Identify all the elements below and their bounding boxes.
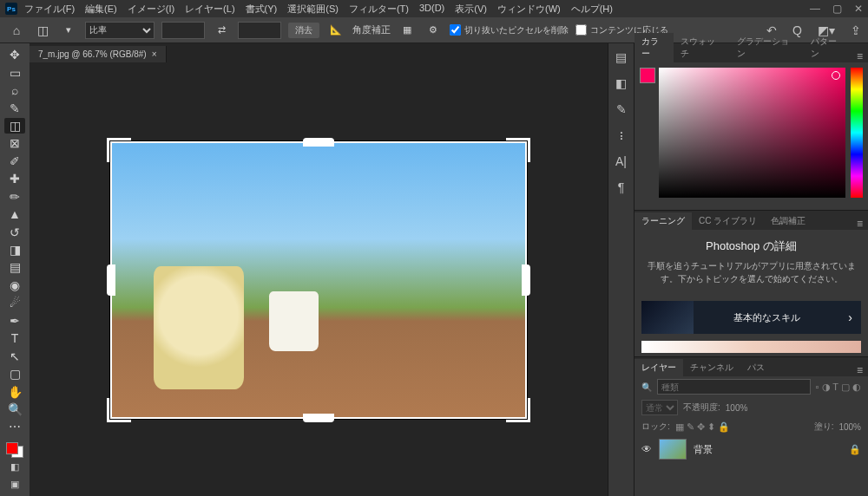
picker-cursor[interactable] — [832, 71, 840, 80]
shape-tool[interactable]: ▢ — [4, 366, 25, 382]
lasso-tool[interactable]: ⌕ — [4, 82, 25, 98]
crop-handle-top-left[interactable] — [107, 138, 131, 162]
filter-icons[interactable]: ▫ ◑ T ▢ ◐ — [816, 382, 861, 393]
panel-menu-icon[interactable]: ≡ — [852, 50, 868, 62]
marquee-tool[interactable]: ▭ — [4, 64, 25, 80]
tutorial-card[interactable]: 基本的なスキル › — [641, 301, 861, 334]
grid-overlay-icon[interactable]: ▦ — [398, 24, 417, 36]
brush-panel-icon[interactable]: ✎ — [616, 102, 627, 116]
menu-window[interactable]: ウィンドウ(W) — [497, 3, 561, 16]
layer-row[interactable]: 👁 背景 🔒 — [635, 435, 868, 463]
menu-file[interactable]: ファイル(F) — [24, 3, 75, 16]
menu-select[interactable]: 選択範囲(S) — [287, 3, 339, 16]
crop-tool[interactable]: ◫ — [4, 118, 25, 134]
history-panel-icon[interactable]: ▤ — [615, 50, 627, 64]
gradient-tool[interactable]: ▤ — [4, 259, 25, 275]
frame-tool[interactable]: ⊠ — [4, 135, 25, 151]
visibility-icon[interactable]: 👁 — [641, 443, 652, 455]
fill-value[interactable]: 100% — [838, 422, 861, 432]
layer-name[interactable]: 背景 — [694, 443, 842, 456]
move-tool[interactable]: ✥ — [4, 47, 25, 62]
crop-handle-left-mid[interactable] — [107, 264, 115, 296]
crop-handle-top-right[interactable] — [506, 138, 530, 162]
crop-handle-right-mid[interactable] — [522, 264, 530, 296]
menu-edit[interactable]: 編集(E) — [85, 3, 117, 16]
document-tab[interactable]: 7_m.jpg @ 66.7% (RGB/8#) × — [30, 46, 167, 62]
tab-adjustments[interactable]: 色調補正 — [764, 212, 812, 230]
character-panel-icon[interactable]: A| — [615, 154, 627, 168]
hand-tool[interactable]: ✋ — [4, 383, 25, 399]
close-icon[interactable]: ✕ — [854, 3, 863, 15]
type-tool[interactable]: T — [4, 330, 25, 346]
minimize-icon[interactable]: — — [810, 3, 820, 15]
menu-help[interactable]: ヘルプ(H) — [571, 3, 613, 16]
history-brush-tool[interactable]: ↺ — [4, 224, 25, 239]
hue-slider[interactable] — [851, 68, 863, 198]
tab-channels[interactable]: チャンネル — [683, 359, 740, 376]
brush-tool[interactable]: ✏ — [4, 189, 25, 205]
color-picker[interactable] — [659, 68, 845, 198]
path-select-tool[interactable]: ↖ — [4, 348, 25, 363]
gear-icon[interactable]: ⚙ — [424, 24, 443, 36]
eraser-tool[interactable]: ◨ — [4, 242, 25, 258]
crop-handle-top-mid[interactable] — [303, 138, 334, 147]
canvas-viewport[interactable] — [30, 64, 608, 496]
opacity-value[interactable]: 100% — [726, 403, 748, 413]
crop-tool-icon[interactable]: ◫ — [33, 23, 52, 37]
layer-thumbnail[interactable] — [659, 439, 687, 460]
tutorial-strip[interactable] — [641, 341, 861, 353]
tab-color[interactable]: カラー — [635, 33, 674, 62]
quickmask-icon[interactable]: ▣ — [7, 477, 23, 491]
menu-image[interactable]: イメージ(I) — [128, 3, 174, 16]
quick-select-tool[interactable]: ✎ — [4, 100, 25, 115]
menu-type[interactable]: 書式(Y) — [246, 3, 278, 16]
height-input[interactable] — [238, 22, 281, 39]
lock-icons[interactable]: ▦ ✎ ✥ ⬍ 🔒 — [675, 421, 730, 433]
blur-tool[interactable]: ◉ — [4, 277, 25, 293]
delete-cropped-checkbox[interactable]: 切り抜いたピクセルを削除 — [450, 24, 569, 36]
zoom-tool[interactable]: 🔍 — [4, 401, 25, 417]
panel-menu-icon[interactable]: ≡ — [852, 218, 868, 230]
brush-settings-icon[interactable]: ⫶ — [618, 128, 624, 142]
home-icon[interactable]: ⌂ — [7, 23, 26, 37]
tab-paths[interactable]: パス — [740, 359, 772, 376]
eyedropper-tool[interactable]: ✐ — [4, 153, 25, 169]
close-tab-icon[interactable]: × — [152, 49, 157, 59]
crop-handle-bottom-mid[interactable] — [303, 414, 334, 422]
pen-tool[interactable]: ✒ — [4, 313, 25, 329]
straighten-icon[interactable]: 📐 — [326, 24, 345, 36]
panel-menu-icon[interactable]: ≡ — [852, 364, 868, 376]
dodge-tool[interactable]: ☄ — [4, 295, 25, 310]
dropdown-arrow-icon[interactable]: ▾ — [59, 24, 78, 36]
layer-filter-input[interactable] — [657, 379, 811, 395]
current-color[interactable] — [640, 68, 654, 205]
tab-libraries[interactable]: CC ライブラリ — [692, 212, 764, 230]
menu-3d[interactable]: 3D(D) — [419, 3, 444, 16]
lock-icon[interactable]: 🔒 — [849, 444, 861, 455]
maximize-icon[interactable]: ▢ — [832, 3, 842, 15]
swap-icon[interactable]: ⇄ — [212, 24, 231, 36]
screenmode-icon[interactable]: ◧ — [7, 460, 23, 473]
menu-view[interactable]: 表示(V) — [455, 3, 487, 16]
menu-layer[interactable]: レイヤー(L) — [185, 3, 234, 16]
color-swatch[interactable] — [6, 442, 23, 458]
properties-panel-icon[interactable]: ◧ — [615, 76, 627, 90]
tab-patterns[interactable]: パターン — [804, 33, 852, 62]
tab-swatches[interactable]: スウォッチ — [674, 33, 730, 62]
ratio-select[interactable]: 比率 — [85, 22, 155, 39]
blend-mode-select[interactable]: 通常 — [641, 400, 678, 415]
menu-filter[interactable]: フィルター(T) — [349, 3, 409, 16]
clear-button[interactable]: 消去 — [288, 23, 319, 38]
healing-tool[interactable]: ✚ — [4, 171, 25, 186]
tab-learning[interactable]: ラーニング — [635, 212, 692, 230]
canvas[interactable] — [110, 141, 527, 419]
paragraph-panel-icon[interactable]: ¶ — [618, 180, 625, 194]
crop-handle-bottom-left[interactable] — [107, 398, 131, 422]
edit-toolbar-icon[interactable]: ⋯ — [4, 419, 25, 434]
share-icon[interactable]: ⇪ — [851, 23, 861, 37]
crop-handle-bottom-right[interactable] — [506, 398, 530, 422]
tab-layers[interactable]: レイヤー — [635, 359, 683, 376]
stamp-tool[interactable]: ▲ — [4, 206, 25, 222]
width-input[interactable] — [161, 22, 205, 39]
tab-gradients[interactable]: グラデーション — [730, 33, 804, 62]
